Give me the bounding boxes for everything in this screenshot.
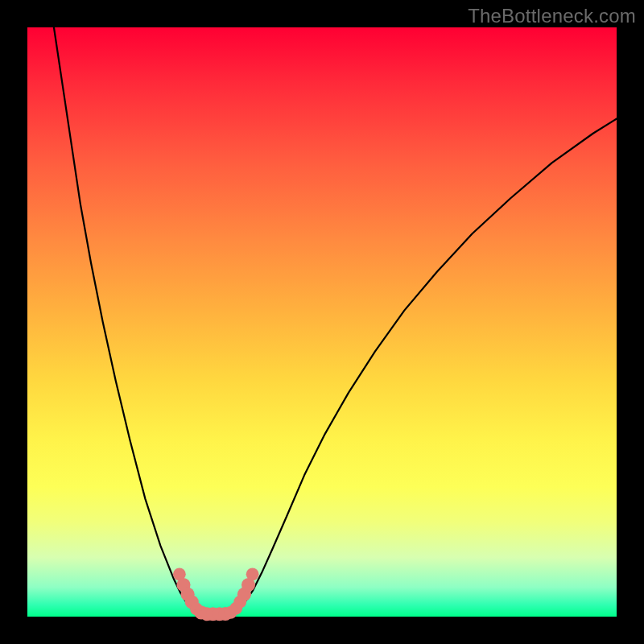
watermark-text: TheBottleneck.com	[468, 5, 636, 27]
chart-svg	[27, 27, 617, 617]
marker-cluster	[173, 568, 259, 621]
plot-area	[27, 27, 617, 617]
bottleneck-curve	[54, 27, 617, 614]
chart-frame: TheBottleneck.com	[0, 0, 644, 644]
marker-dot	[246, 568, 259, 580]
